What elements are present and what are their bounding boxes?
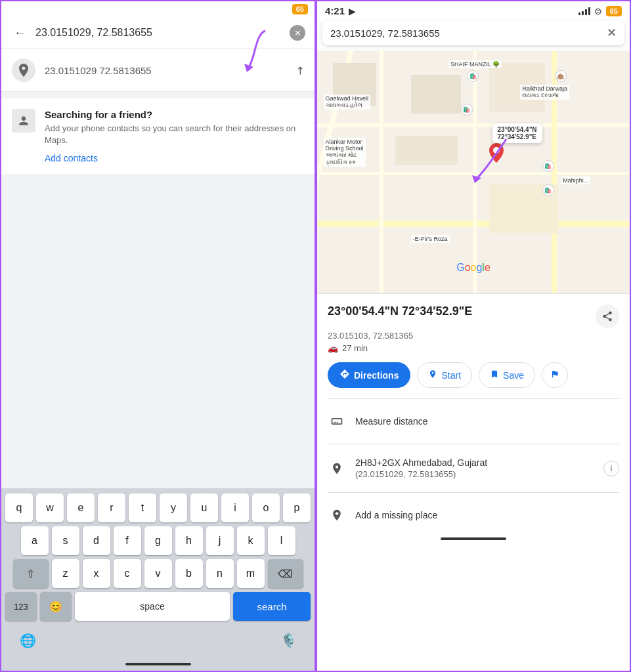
key-s[interactable]: s xyxy=(52,526,79,555)
clear-button[interactable]: ✕ xyxy=(290,25,305,41)
key-r[interactable]: r xyxy=(98,494,125,522)
right-search-bar[interactable]: 23.0151029, 72.5813655 ✕ xyxy=(322,20,624,45)
flag-icon xyxy=(550,369,559,381)
key-y[interactable]: y xyxy=(160,494,187,522)
keyboard-bottom-bar: 🌐 🎙️ xyxy=(1,623,315,659)
coord-line1: 23°00'54.4"N xyxy=(498,126,537,133)
location-decimal: 23.015103, 72.581365 xyxy=(328,331,619,341)
key-o[interactable]: o xyxy=(252,494,280,522)
friend-subtitle: Add your phone contacts so you can searc… xyxy=(45,123,304,146)
save-label: Save xyxy=(503,370,524,381)
coord-bubble: 23°00'54.4"N 72°34'52.9"E xyxy=(492,123,542,143)
status-time: 4:21 xyxy=(325,5,345,16)
map-label-gaekwad: Gaekwad Haveliગાયકવાડ હવેલ xyxy=(324,94,371,110)
globe-icon[interactable]: 🌐 xyxy=(14,627,41,654)
save-button[interactable]: Save xyxy=(479,362,535,388)
map-pin xyxy=(489,143,504,163)
add-contacts-button[interactable]: Add contacts xyxy=(45,153,304,163)
svg-point-1 xyxy=(493,147,500,154)
drive-info: 🚗 27 min xyxy=(328,343,619,353)
key-l[interactable]: l xyxy=(268,526,295,555)
bottom-sheet: 23°00'54.4"N 72°34'52.9"E 23.015103, 72.… xyxy=(317,293,630,555)
suggestion-row[interactable]: 23.0151029 72.5813655 ↗ xyxy=(1,49,315,92)
search-key[interactable]: search xyxy=(233,592,311,621)
key-b[interactable]: b xyxy=(175,559,203,588)
plus-code-icon xyxy=(328,459,346,478)
info-detail-button[interactable]: i xyxy=(603,461,619,476)
shop-icon-3: 🛍️ xyxy=(542,160,554,172)
key-x[interactable]: x xyxy=(83,559,110,588)
coordinates-text: (23.0151029, 72.5813655) xyxy=(355,469,487,479)
key-u[interactable]: u xyxy=(190,494,218,522)
key-backspace[interactable]: ⌫ xyxy=(268,559,303,588)
key-emoji[interactable]: 😊 xyxy=(40,592,72,621)
coord-line2: 72°34'52.9"E xyxy=(498,133,537,140)
friend-content: Searching for a friend? Add your phone c… xyxy=(45,109,304,163)
status-left: 4:21 ▶ xyxy=(325,5,356,16)
key-h[interactable]: h xyxy=(175,526,203,555)
key-d[interactable]: d xyxy=(83,526,110,555)
key-w[interactable]: w xyxy=(36,494,64,522)
key-n[interactable]: n xyxy=(206,559,234,588)
location-header: 23°00'54.4"N 72°34'52.9"E xyxy=(328,304,619,328)
key-z[interactable]: z xyxy=(52,559,79,588)
key-space[interactable]: space xyxy=(75,592,230,621)
keyboard-rows: q w e r t y u i o p a s d f g h j k xyxy=(1,488,315,623)
start-icon xyxy=(428,369,437,381)
close-button-right[interactable]: ✕ xyxy=(607,26,617,40)
battery-badge-right: 65 xyxy=(606,6,622,16)
map-label-alankar: Alankar MotorDriving Schoolઅલાંકાર મોટડ્… xyxy=(324,138,366,167)
map-area[interactable]: SHAIF MANZIL 🌳 Gaekwad Haveliગાયકવાડ હવે… xyxy=(317,51,630,293)
key-e[interactable]: e xyxy=(67,494,95,522)
navigation-arrow-icon: ▶ xyxy=(349,6,356,16)
shop-icon-5: 🏨 xyxy=(555,70,567,82)
key-p[interactable]: p xyxy=(283,494,311,522)
map-label-shaif: SHAIF MANZIL 🌳 xyxy=(448,60,502,68)
plus-code-row[interactable]: 2H8J+2GX Ahmedabad, Gujarat (23.0151029,… xyxy=(328,450,619,487)
status-right: ⊜ 65 xyxy=(578,6,622,16)
key-t[interactable]: t xyxy=(129,494,156,522)
add-place-icon xyxy=(328,506,346,524)
key-i[interactable]: i xyxy=(221,494,249,522)
add-place-row[interactable]: Add a missing place xyxy=(328,498,619,532)
keyboard-row-3: ⇧ z x c v b n m ⌫ xyxy=(5,559,311,588)
home-indicator-right xyxy=(441,537,506,540)
divider-1 xyxy=(328,398,619,399)
key-m[interactable]: m xyxy=(237,559,265,588)
key-a[interactable]: a xyxy=(21,526,49,555)
map-label-mahiphi: Mahiphi... xyxy=(561,177,590,184)
plus-code-content: 2H8J+2GX Ahmedabad, Gujarat (23.0151029,… xyxy=(355,457,487,479)
key-shift[interactable]: ⇧ xyxy=(13,559,49,588)
key-c[interactable]: c xyxy=(114,559,141,588)
save-icon xyxy=(490,369,499,381)
microphone-icon[interactable]: 🎙️ xyxy=(275,627,301,654)
back-button[interactable]: ← xyxy=(11,24,29,42)
start-label: Start xyxy=(441,370,461,381)
share-button[interactable] xyxy=(596,304,619,328)
directions-label: Directions xyxy=(354,370,399,381)
key-k[interactable]: k xyxy=(237,526,265,555)
search-input-left[interactable] xyxy=(35,27,283,39)
home-indicator-left xyxy=(125,663,191,665)
car-icon: 🚗 xyxy=(328,343,338,353)
key-j[interactable]: j xyxy=(206,526,234,555)
map-background: SHAIF MANZIL 🌳 Gaekwad Haveliગાયકવાડ હવે… xyxy=(317,51,630,293)
friend-section: Searching for a friend? Add your phone c… xyxy=(1,98,315,174)
keyboard-row-4: 123 😊 space search xyxy=(5,592,311,621)
key-g[interactable]: g xyxy=(144,526,172,555)
key-v[interactable]: v xyxy=(144,559,172,588)
add-place-text: Add a missing place xyxy=(355,510,437,520)
suggestion-text: 23.0151029 72.5813655 xyxy=(45,65,286,76)
key-f[interactable]: f xyxy=(114,526,141,555)
key-q[interactable]: q xyxy=(5,494,33,522)
action-buttons: Directions Start Save xyxy=(328,362,619,388)
key-numbers[interactable]: 123 xyxy=(5,592,37,621)
directions-button[interactable]: Directions xyxy=(328,362,410,388)
keyboard: q w e r t y u i o p a s d f g h j k xyxy=(1,488,315,671)
left-status-bar: 65 xyxy=(1,1,315,17)
keyboard-row-1: q w e r t y u i o p xyxy=(5,494,311,522)
flag-button[interactable] xyxy=(542,362,568,388)
measure-row[interactable]: Measure distance xyxy=(328,404,619,438)
shop-icon-1: 🛍️ xyxy=(467,70,479,82)
start-button[interactable]: Start xyxy=(417,362,472,388)
